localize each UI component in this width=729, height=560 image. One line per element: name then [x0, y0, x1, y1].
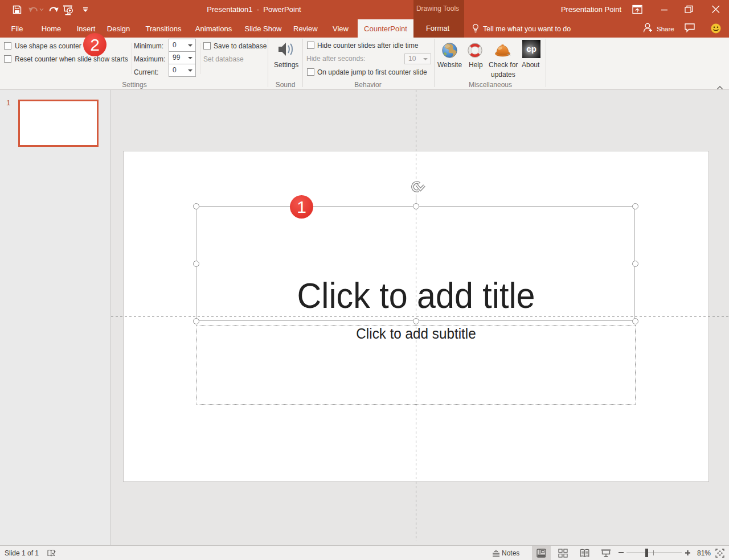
svg-text:cp: cp	[526, 45, 536, 55]
